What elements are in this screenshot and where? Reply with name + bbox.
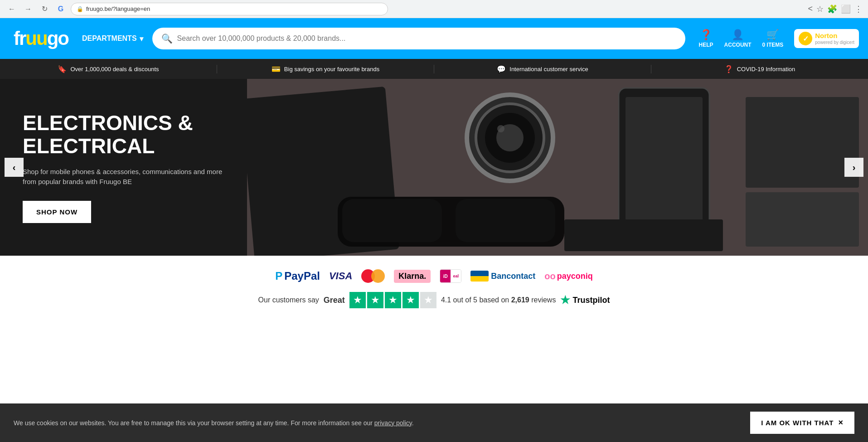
trustpilot-logo: ★ Trustpilot <box>560 294 610 306</box>
trustpilot-star-icon: ★ <box>560 294 570 306</box>
address-bar[interactable]: 🔒 fruugo.be/?language=en <box>71 3 388 15</box>
profile-icon[interactable]: ⬜ <box>841 4 851 14</box>
klarna-logo: Klarna. <box>394 270 431 283</box>
hero-description: Shop for mobile phones & accessories, co… <box>23 167 224 187</box>
extensions-icon[interactable]: 🧩 <box>827 4 837 14</box>
norton-text: Norton powered by digicert <box>815 32 854 45</box>
bancontact-text: Bancontact <box>491 272 535 281</box>
review-suffix: reviews <box>531 296 556 304</box>
forward-button[interactable]: → <box>22 3 34 15</box>
chat-icon: 💬 <box>497 65 506 73</box>
star-5: ★ <box>420 292 436 308</box>
google-button[interactable]: G <box>54 3 67 15</box>
info-service: 💬 International customer service <box>434 65 651 73</box>
help-label: HELP <box>699 42 713 48</box>
bancontact-yellow <box>470 276 489 282</box>
star-rating: ★ ★ ★ ★ ★ <box>349 292 436 308</box>
departments-button[interactable]: DEPARTMENTS ▾ <box>82 34 143 43</box>
rating-number: 4.1 <box>441 296 451 304</box>
ideal-left: iD <box>440 270 451 282</box>
hero-banner: ‹ ELECTRONICS & ELECTRICAL Shop for mobi… <box>0 79 868 256</box>
account-button[interactable]: 👤 ACCOUNT <box>724 29 752 48</box>
klarna-text: Klarna. <box>394 270 431 283</box>
payconiq-text: payconiq <box>557 272 593 281</box>
info-savings-text: Big savings on your favourite brands <box>284 66 379 73</box>
rating-out-of: out of 5 based on <box>453 296 511 304</box>
svg-rect-13 <box>342 199 442 242</box>
hero-title: ELECTRONICS & ELECTRICAL <box>23 112 224 157</box>
info-savings: 💳 Big savings on your favourite brands <box>217 65 434 73</box>
info-covid-text: COVID-19 Information <box>737 66 795 73</box>
ideal-badge: iD eal <box>440 269 461 283</box>
url-text: fruugo.be/?language=en <box>86 5 150 12</box>
info-deals: 🔖 Over 1,000,000 deals & discounts <box>0 65 217 73</box>
back-button[interactable]: ← <box>5 3 18 15</box>
visa-logo: VISA <box>329 270 352 282</box>
bancontact-badge <box>470 271 489 282</box>
hero-prev-button[interactable]: ‹ <box>5 158 24 177</box>
info-bar: 🔖 Over 1,000,000 deals & discounts 💳 Big… <box>0 59 868 79</box>
logo-text: fruugo <box>14 28 68 49</box>
payment-logos: P PayPal VISA Klarna. iD eal <box>275 269 593 283</box>
visa-text: VISA <box>329 270 352 282</box>
search-input[interactable] <box>177 34 676 43</box>
svg-rect-15 <box>564 219 723 251</box>
ideal-right: eal <box>451 270 461 282</box>
help-icon: ❓ <box>700 29 712 41</box>
norton-check-icon: ✓ <box>799 32 812 45</box>
bookmark-deals-icon: 🔖 <box>58 65 67 73</box>
hero-image <box>247 79 868 256</box>
hero-svg <box>247 79 868 256</box>
svg-rect-11 <box>746 192 859 247</box>
info-service-text: International customer service <box>509 66 588 73</box>
rating-text: 4.1 out of 5 based on 2,619 reviews <box>441 296 556 304</box>
search-bar[interactable]: 🔍 <box>152 28 685 49</box>
header-actions: ❓ HELP 👤 ACCOUNT 🛒 0 ITEMS ✓ Norton powe… <box>699 29 859 48</box>
bookmark-icon[interactable]: ☆ <box>816 4 824 14</box>
paypal-text: PayPal <box>284 270 320 282</box>
paypal-logo: P PayPal <box>275 270 320 282</box>
review-count: 2,619 <box>511 296 529 304</box>
cart-button[interactable]: 🛒 0 ITEMS <box>762 29 784 48</box>
ideal-logo: iD eal <box>440 269 461 283</box>
cart-label: 0 ITEMS <box>762 42 784 48</box>
payment-section: P PayPal VISA Klarna. iD eal <box>0 256 868 322</box>
star-3: ★ <box>385 292 401 308</box>
trustpilot-brand: Trustpilot <box>572 296 610 305</box>
info-deals-text: Over 1,000,000 deals & discounts <box>70 66 159 73</box>
svg-rect-10 <box>746 97 859 188</box>
lock-icon: 🔒 <box>77 6 83 12</box>
paypal-pp-icon: P <box>275 270 282 282</box>
help-button[interactable]: ❓ HELP <box>699 29 713 48</box>
logo[interactable]: fruugo <box>9 25 73 52</box>
payconiq-oo: oo <box>544 271 555 282</box>
bancontact-logo: Bancontact <box>470 271 535 282</box>
browser-actions: < ☆ 🧩 ⬜ ⋮ <box>808 4 863 14</box>
bancontact-blue <box>470 271 489 276</box>
chevron-down-icon: ▾ <box>140 34 143 43</box>
menu-icon[interactable]: ⋮ <box>854 4 863 14</box>
cart-icon: 🛒 <box>766 29 779 41</box>
refresh-button[interactable]: ↻ <box>38 3 51 15</box>
shop-now-button[interactable]: SHOP NOW <box>23 201 91 223</box>
great-text: Great <box>324 296 345 305</box>
mastercard-yellow-circle <box>371 269 385 283</box>
customers-say-text: Our customers say <box>258 296 319 304</box>
svg-rect-14 <box>456 199 555 242</box>
account-label: ACCOUNT <box>724 42 752 48</box>
norton-name: Norton <box>815 32 854 40</box>
hero-left: ELECTRONICS & ELECTRICAL Shop for mobile… <box>0 79 247 256</box>
info-covid: ❓ COVID-19 Information <box>651 65 868 73</box>
payconiq-logo: oo payconiq <box>544 271 592 282</box>
account-icon: 👤 <box>732 29 744 41</box>
departments-label: DEPARTMENTS <box>82 34 137 43</box>
covid-icon: ❓ <box>724 65 733 73</box>
star-2: ★ <box>367 292 383 308</box>
star-1: ★ <box>349 292 366 308</box>
share-icon[interactable]: < <box>808 4 813 14</box>
norton-sub: powered by digicert <box>815 40 854 45</box>
hero-next-button[interactable]: › <box>844 158 863 177</box>
trustpilot-section: Our customers say Great ★ ★ ★ ★ ★ 4.1 ou… <box>258 292 610 308</box>
star-4: ★ <box>402 292 419 308</box>
site-header: fruugo DEPARTMENTS ▾ 🔍 ❓ HELP 👤 ACCOUNT … <box>0 18 868 59</box>
